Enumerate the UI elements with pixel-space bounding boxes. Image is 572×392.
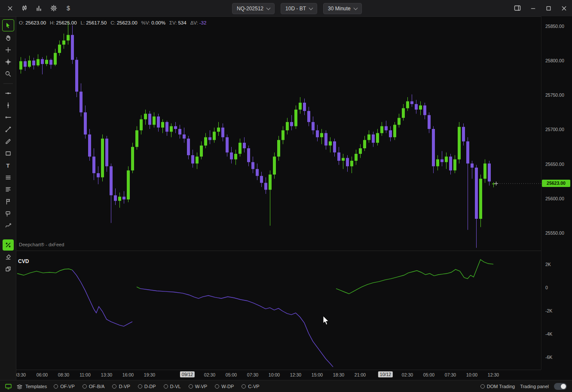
- radio-d-vl[interactable]: D-VL: [164, 384, 181, 389]
- curve-tool[interactable]: [3, 220, 14, 231]
- cross-icon: [5, 46, 12, 53]
- price-label-tool[interactable]: [3, 208, 14, 219]
- trend-line-tool[interactable]: [3, 124, 14, 135]
- volume-profile-tool[interactable]: [3, 184, 14, 195]
- axis-tick-label: 2K: [545, 262, 551, 267]
- chart-branding: Deepchart® - dxFeed: [19, 242, 64, 247]
- time-tick-label: 05:00: [423, 372, 434, 377]
- cursor-tool[interactable]: [2, 19, 14, 31]
- trend-line-icon: [5, 126, 12, 133]
- time-tick-date: 09/12: [180, 371, 195, 377]
- candlestick-chart[interactable]: [16, 16, 541, 251]
- bar-chart-icon[interactable]: [35, 4, 43, 12]
- radio-icon: [164, 384, 168, 389]
- deepchart-tool[interactable]: [3, 239, 14, 251]
- close-workspace-icon[interactable]: [6, 4, 14, 12]
- duplicate-tool[interactable]: [3, 263, 14, 275]
- axis-tick-label: 25800.00: [545, 58, 564, 63]
- zoom-tool[interactable]: [3, 68, 14, 80]
- rectangle-icon: [5, 150, 12, 157]
- toggle-knob: [561, 384, 566, 389]
- symbol-label: NQ-202512: [237, 6, 263, 12]
- parallel-lines-icon: [5, 174, 12, 181]
- time-tick-label: 07:30: [445, 372, 456, 377]
- symbol-dropdown[interactable]: NQ-202512: [232, 3, 275, 14]
- radio-of-vp[interactable]: OF-VP: [54, 384, 75, 389]
- interval-label: 30 Minute: [328, 6, 351, 12]
- price-label-icon: [5, 210, 12, 217]
- rectangle-tool[interactable]: [3, 148, 14, 159]
- eraser-tool[interactable]: [3, 251, 14, 263]
- pane-separator[interactable]: [16, 251, 572, 251]
- templates-button[interactable]: Templates: [16, 383, 47, 390]
- layout-monitor-button[interactable]: [0, 383, 16, 390]
- axis-tick-label: -4K: [545, 331, 552, 337]
- trading-panel-toggle[interactable]: [554, 383, 567, 390]
- radio-label: C-VP: [248, 384, 259, 389]
- brush-tool[interactable]: [3, 136, 14, 147]
- o-label: O:: [19, 20, 24, 25]
- axis-tick-label: 25550.00: [545, 230, 564, 236]
- radio-icon: [215, 384, 219, 389]
- l-value: 25617.50: [86, 20, 107, 25]
- radio-label: D-VL: [170, 384, 181, 389]
- range-dropdown[interactable]: 10D - BT: [281, 3, 317, 14]
- flag-tool[interactable]: [3, 196, 14, 207]
- radio-d-vp[interactable]: D-VP: [112, 384, 130, 389]
- radio-icon: [83, 384, 87, 389]
- radio-icon: [480, 384, 485, 389]
- maximize-button[interactable]: [544, 4, 552, 12]
- time-tick-label: 16:00: [122, 372, 134, 377]
- deepchart-icon: [5, 242, 12, 248]
- radio-d-dp[interactable]: D-DP: [138, 384, 156, 389]
- radio-of-b-a[interactable]: OF-B/A: [83, 384, 105, 389]
- indicator-radio-group: OF-VPOF-B/AD-VPD-DPD-VLW-VPW-DPC-VP: [54, 384, 259, 389]
- time-tick-label: 21:00: [355, 372, 366, 377]
- time-tick-label: 12:30: [488, 372, 499, 377]
- pv-label: %V:: [141, 20, 150, 25]
- candlestick-chart-icon[interactable]: [21, 4, 28, 12]
- radio-label: OF-B/A: [89, 384, 105, 389]
- candles-icon: [21, 5, 28, 12]
- radio-w-vp[interactable]: W-VP: [189, 384, 208, 389]
- interval-dropdown[interactable]: 30 Minute: [323, 3, 362, 14]
- panel-layout-button[interactable]: [514, 4, 521, 12]
- dollar-icon[interactable]: $: [64, 4, 72, 12]
- radio-w-dp[interactable]: W-DP: [215, 384, 234, 389]
- cvd-indicator-chart[interactable]: [16, 251, 541, 370]
- time-axis[interactable]: 03:3006:0008:3011:0013:3016:0019:3009/12…: [16, 370, 541, 380]
- settings-gear-icon[interactable]: [50, 4, 58, 12]
- axis-tick-label: 25750.00: [545, 92, 564, 98]
- eraser-icon: [5, 254, 12, 260]
- vertical-line-tool[interactable]: [3, 100, 14, 111]
- radio-label: W-DP: [221, 384, 234, 389]
- cross-tool[interactable]: [3, 44, 14, 55]
- time-tick-label: 02:30: [204, 372, 215, 377]
- price-axis[interactable]: 25850.0025800.0025750.0025700.0025650.00…: [541, 16, 572, 370]
- crosshair-tool[interactable]: [3, 56, 14, 67]
- axis-tick-label: 25600.00: [545, 196, 564, 201]
- dom-trading-radio[interactable]: DOM Trading: [480, 384, 515, 389]
- gear-icon: [50, 5, 57, 12]
- bars-icon: [36, 5, 43, 12]
- templates-label: Templates: [25, 384, 47, 389]
- time-tick-label: 19:30: [144, 372, 155, 377]
- trading-panel-label: Trading panel: [520, 384, 549, 389]
- time-tick-label: 05:00: [226, 372, 237, 377]
- radio-c-vp[interactable]: C-VP: [242, 384, 259, 389]
- minimize-icon: [530, 6, 536, 11]
- minimize-button[interactable]: [529, 4, 537, 12]
- duplicate-icon: [5, 266, 12, 273]
- axis-tick-label: -6K: [545, 355, 552, 360]
- horizontal-line-tool[interactable]: [3, 88, 14, 99]
- axis-tick-label: 25650.00: [545, 162, 564, 167]
- horizontal-ray-tool[interactable]: [3, 112, 14, 123]
- parallel-lines-tool[interactable]: [3, 172, 14, 183]
- radio-icon: [138, 384, 142, 389]
- cvd-indicator-label: CVD: [18, 258, 29, 264]
- pan-hand-tool[interactable]: [3, 32, 14, 43]
- curve-icon: [5, 222, 12, 229]
- close-window-button[interactable]: [560, 4, 568, 12]
- text-tool[interactable]: T: [3, 160, 14, 171]
- time-tick-label: 12:30: [290, 372, 301, 377]
